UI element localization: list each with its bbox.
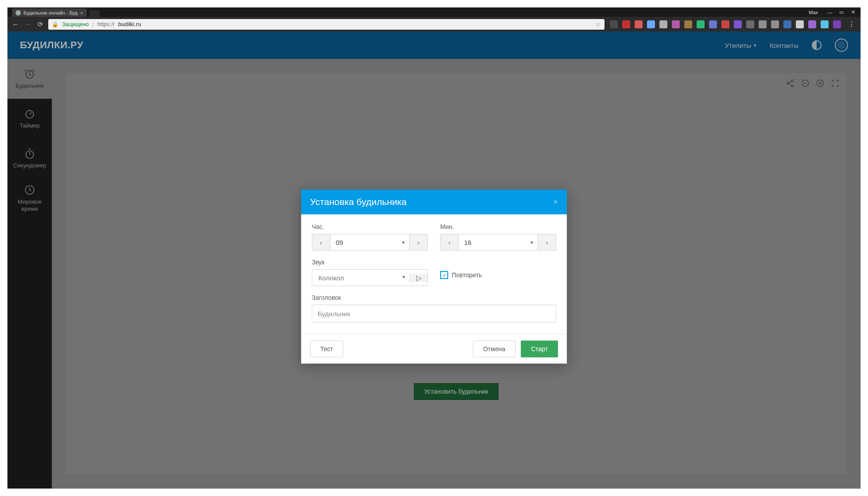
profile-user-label: Max bbox=[809, 10, 818, 15]
extension-icon[interactable] bbox=[672, 20, 680, 28]
dialog-header: Установка будильника × bbox=[301, 190, 567, 214]
extension-icon[interactable] bbox=[833, 20, 841, 28]
hour-select[interactable]: 09 bbox=[330, 234, 410, 250]
test-button[interactable]: Тест bbox=[310, 341, 343, 357]
minute-label: Мин. bbox=[440, 223, 556, 230]
extension-icon[interactable] bbox=[783, 20, 791, 28]
hour-decrement-button[interactable]: ‹ bbox=[312, 234, 330, 250]
tab-strip: Будильник онлайн - Буд × bbox=[8, 8, 806, 17]
extension-icon[interactable] bbox=[622, 20, 630, 28]
title-label: Заголовок bbox=[312, 294, 556, 301]
bookmark-star-icon[interactable]: ☆ bbox=[595, 21, 601, 28]
extension-icon[interactable] bbox=[808, 20, 816, 28]
repeat-label: Повторить bbox=[452, 271, 482, 279]
alarm-dialog: Установка будильника × Час. ‹ 09 › bbox=[301, 190, 567, 364]
browser-menu-icon[interactable]: ⋮ bbox=[846, 20, 857, 28]
secure-label: Защищено bbox=[62, 21, 89, 27]
dialog-close-icon[interactable]: × bbox=[553, 198, 558, 207]
hour-label: Час. bbox=[312, 223, 428, 230]
extension-icon[interactable] bbox=[734, 20, 742, 28]
screenshot-frame: Будильник онлайн - Буд × Max — ▭ ✕ ← → ⟳… bbox=[0, 0, 868, 496]
nav-back-icon[interactable]: ← bbox=[11, 20, 20, 28]
extension-icon[interactable] bbox=[759, 20, 767, 28]
extension-icon[interactable] bbox=[610, 20, 618, 28]
browser-tab[interactable]: Будильник онлайн - Буд × bbox=[12, 8, 87, 17]
tab-title: Будильник онлайн - Буд bbox=[23, 10, 78, 16]
browser-window: Будильник онлайн - Буд × Max — ▭ ✕ ← → ⟳… bbox=[8, 8, 860, 488]
extension-icon[interactable] bbox=[684, 20, 692, 28]
page-content: БУДИЛКИ.РУ Утилиты▾ Контакты Будильник bbox=[8, 31, 860, 488]
lock-icon: 🔒 bbox=[52, 21, 58, 27]
extension-icon[interactable] bbox=[647, 20, 655, 28]
url-scheme: https:// bbox=[97, 21, 115, 27]
minute-decrement-button[interactable]: ‹ bbox=[441, 234, 458, 250]
window-minimize-icon[interactable]: — bbox=[825, 8, 835, 16]
minute-select[interactable]: 16 bbox=[458, 234, 538, 250]
cancel-button[interactable]: Отмена bbox=[473, 341, 515, 357]
extension-icon[interactable] bbox=[697, 20, 705, 28]
hour-stepper: ‹ 09 › bbox=[312, 234, 428, 251]
tab-close-icon[interactable]: × bbox=[80, 10, 83, 16]
dialog-body: Час. ‹ 09 › Мин. ‹ 16 bbox=[301, 214, 567, 334]
extension-icon[interactable] bbox=[709, 20, 717, 28]
sound-select[interactable]: Колокол bbox=[312, 274, 410, 282]
extension-icon[interactable] bbox=[746, 20, 754, 28]
sound-label: Звук bbox=[312, 259, 428, 266]
tab-favicon-icon bbox=[16, 10, 21, 16]
extension-icon[interactable] bbox=[821, 20, 829, 28]
minute-stepper: ‹ 16 › bbox=[440, 234, 556, 251]
extension-icon[interactable] bbox=[796, 20, 804, 28]
window-close-icon[interactable]: ✕ bbox=[848, 8, 858, 16]
repeat-checkbox-wrap: ✓ Повторить bbox=[440, 271, 556, 279]
extension-icon[interactable] bbox=[771, 20, 779, 28]
window-controls: Max — ▭ ✕ bbox=[806, 8, 860, 17]
extension-icon[interactable] bbox=[721, 20, 729, 28]
url-host: budilki.ru bbox=[118, 21, 141, 27]
start-button[interactable]: Старт bbox=[521, 341, 558, 357]
new-tab-button[interactable] bbox=[89, 10, 99, 17]
dialog-title: Установка будильника bbox=[310, 197, 407, 207]
repeat-checkbox[interactable]: ✓ bbox=[440, 271, 448, 279]
dialog-footer: Тест Отмена Старт bbox=[301, 334, 567, 364]
alarm-title-input[interactable] bbox=[312, 305, 556, 322]
extension-tray bbox=[608, 20, 843, 28]
sound-select-wrap: Колокол ▷ bbox=[312, 269, 428, 286]
divider: | bbox=[92, 21, 93, 27]
nav-forward-icon[interactable]: → bbox=[23, 20, 32, 28]
hour-increment-button[interactable]: › bbox=[410, 234, 427, 250]
extension-icon[interactable] bbox=[659, 20, 667, 28]
browser-toolbar: ← → ⟳ 🔒 Защищено | https://budilki.ru ☆ … bbox=[8, 17, 860, 31]
nav-reload-icon[interactable]: ⟳ bbox=[36, 20, 45, 28]
minute-increment-button[interactable]: › bbox=[538, 234, 556, 250]
address-bar[interactable]: 🔒 Защищено | https://budilki.ru ☆ bbox=[48, 19, 604, 30]
extension-icon[interactable] bbox=[635, 20, 643, 28]
window-maximize-icon[interactable]: ▭ bbox=[837, 8, 846, 16]
browser-titlebar: Будильник онлайн - Буд × Max — ▭ ✕ bbox=[8, 8, 860, 17]
sound-play-button[interactable]: ▷ bbox=[410, 274, 427, 282]
